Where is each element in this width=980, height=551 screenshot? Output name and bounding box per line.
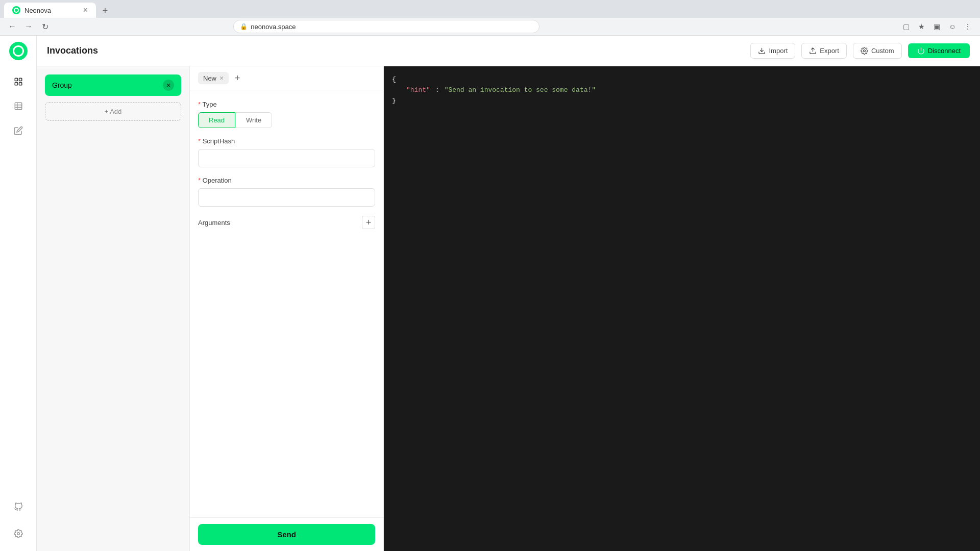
write-button[interactable]: Write <box>235 112 272 128</box>
svg-rect-0 <box>15 78 17 81</box>
sidebar-bottom <box>7 496 30 545</box>
json-output-panel: { "hint" : "Send an invocation to see so… <box>384 66 980 551</box>
export-label: Export <box>820 47 839 55</box>
tabs-bar: New × + <box>190 66 383 90</box>
script-hash-label: * ScriptHash <box>198 137 375 145</box>
settings-icon[interactable] <box>7 522 30 545</box>
json-colon: : <box>435 85 439 96</box>
svg-point-11 <box>864 50 866 52</box>
left-panel: × + Add <box>37 66 190 551</box>
script-hash-section: * ScriptHash <box>198 137 375 167</box>
type-buttons: Read Write <box>198 112 375 128</box>
tab-new-close[interactable]: × <box>219 74 224 82</box>
svg-point-8 <box>17 533 19 535</box>
svg-rect-1 <box>19 78 21 81</box>
tab-new-label: New <box>203 74 216 82</box>
header-actions: Import Export Custom Disconnect <box>750 43 970 59</box>
type-section: * Type Read Write <box>198 101 375 128</box>
tab-title: Neonova <box>24 7 79 14</box>
add-label: + Add <box>105 108 122 115</box>
tab-new[interactable]: New × <box>198 72 229 84</box>
lock-icon: 🔒 <box>240 23 248 30</box>
tab-favicon <box>12 6 20 14</box>
send-btn-area: Send <box>190 517 383 551</box>
read-button[interactable]: Read <box>198 112 235 128</box>
back-button[interactable]: ← <box>6 20 18 33</box>
reload-button[interactable]: ↻ <box>39 20 51 33</box>
required-star-2: * <box>198 137 203 145</box>
add-argument-button[interactable]: + <box>362 216 375 229</box>
form-area: * Type Read Write * ScriptHash <box>190 90 383 517</box>
url-text: neonova.space <box>251 23 296 31</box>
json-key-hint: "hint" <box>406 85 430 96</box>
address-bar[interactable]: 🔒 neonova.space <box>233 20 540 33</box>
extensions-icon[interactable]: ▣ <box>931 20 943 33</box>
required-star-3: * <box>198 177 203 184</box>
menu-icon[interactable]: ⋮ <box>962 20 974 33</box>
bookmark-icon[interactable]: ★ <box>916 20 928 33</box>
content: × + Add New × + <box>37 66 980 551</box>
type-label: * Type <box>198 101 375 108</box>
svg-rect-3 <box>19 83 21 85</box>
cast-icon[interactable]: ▢ <box>900 20 913 33</box>
json-line-1: { <box>392 74 972 85</box>
forward-button[interactable]: → <box>22 20 35 33</box>
app: Invocations Import Export Custom Disconn… <box>0 36 980 551</box>
operation-section: * Operation <box>198 177 375 207</box>
app-logo <box>9 42 28 60</box>
group-name-input[interactable] <box>52 81 163 89</box>
json-open-brace: { <box>392 74 396 85</box>
main-area: Invocations Import Export Custom Disconn… <box>37 36 980 551</box>
sidebar <box>0 36 37 551</box>
svg-rect-4 <box>15 103 22 110</box>
middle-panel: New × + * Type Read Write <box>190 66 384 551</box>
arguments-row: Arguments + <box>198 216 375 229</box>
active-tab[interactable]: Neonova × <box>4 3 96 18</box>
arguments-label: Arguments <box>198 219 230 227</box>
json-close-brace: } <box>392 96 396 107</box>
json-line-2: "hint" : "Send an invocation to see some… <box>392 85 972 96</box>
add-tab-button[interactable]: + <box>231 71 244 85</box>
import-label: Import <box>769 47 788 55</box>
add-button[interactable]: + Add <box>45 102 181 121</box>
sidebar-item-grid[interactable] <box>7 70 30 93</box>
group-card[interactable]: × <box>45 74 181 96</box>
script-hash-input[interactable] <box>198 149 375 167</box>
browser-chrome: Neonova × + ← → ↻ 🔒 neonova.space ▢ ★ ▣ … <box>0 0 980 36</box>
json-line-3: } <box>392 96 972 107</box>
operation-label: * Operation <box>198 177 375 184</box>
page-title: Invocations <box>47 45 750 56</box>
custom-button[interactable]: Custom <box>853 43 902 59</box>
group-close-button[interactable]: × <box>163 80 174 91</box>
sidebar-nav <box>7 70 30 496</box>
operation-input[interactable] <box>198 188 375 207</box>
github-icon[interactable] <box>7 496 30 518</box>
json-value-hint: "Send an invocation to see some data!" <box>445 85 596 96</box>
disconnect-label: Disconnect <box>928 47 961 55</box>
tab-close-btn[interactable]: × <box>83 6 88 14</box>
export-button[interactable]: Export <box>801 43 847 59</box>
custom-label: Custom <box>871 47 894 55</box>
import-button[interactable]: Import <box>750 43 795 59</box>
new-tab-button[interactable]: + <box>98 4 112 18</box>
sidebar-item-table[interactable] <box>7 95 30 117</box>
send-button[interactable]: Send <box>198 524 375 545</box>
page-header: Invocations Import Export Custom Disconn… <box>37 36 980 66</box>
sidebar-item-edit[interactable] <box>7 119 30 142</box>
svg-rect-2 <box>15 83 17 85</box>
profile-icon[interactable]: ☺ <box>946 20 959 33</box>
disconnect-button[interactable]: Disconnect <box>908 43 970 58</box>
